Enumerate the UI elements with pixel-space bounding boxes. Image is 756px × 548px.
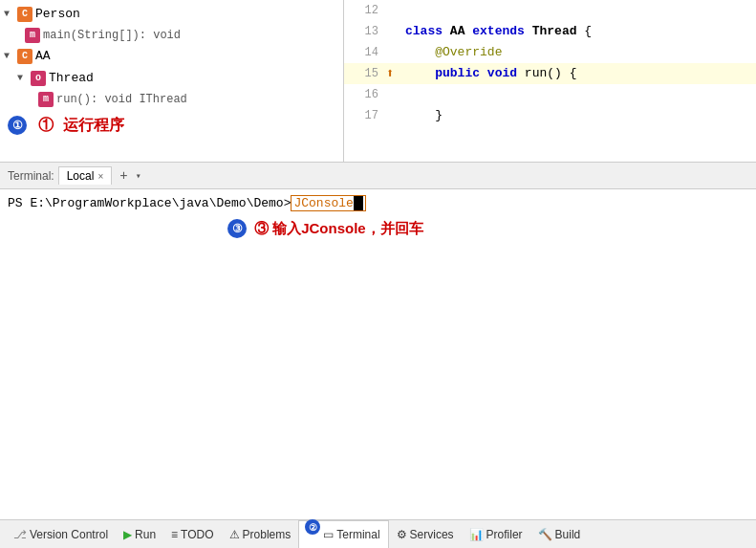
code-editor: 12 13 class AA extends Thread { 14 @Over… — [344, 0, 756, 162]
tree-item-person[interactable]: ▼ C Person — [0, 4, 343, 26]
status-run[interactable]: ▶ Run — [116, 520, 163, 548]
terminal-tabs: Terminal: Local × + ▾ — [0, 163, 756, 189]
class-icon-aa: C — [17, 49, 32, 64]
line-number-13: 13 — [352, 21, 378, 42]
tree-arrow-thread: ▼ — [17, 71, 31, 86]
line-number-17: 17 — [352, 105, 378, 126]
code-line-13: 13 class AA extends Thread { — [344, 21, 756, 42]
method-icon-run: m — [38, 92, 54, 107]
code-line-12: 12 — [344, 0, 756, 21]
profiler-icon: 📊 — [469, 528, 484, 541]
code-line-15: 15 ⬆ public void run() { — [344, 63, 756, 84]
line-number-12: 12 — [352, 0, 378, 21]
line-content-14: @Override — [405, 42, 502, 63]
tree-item-aa[interactable]: ▼ C AA — [0, 46, 343, 68]
terminal-status-icon: ▭ — [323, 528, 334, 541]
code-line-17: 17 } — [344, 105, 756, 126]
status-todo[interactable]: ≡ TODO — [163, 520, 221, 548]
code-lines: 12 13 class AA extends Thread { 14 @Over… — [344, 0, 756, 126]
step1-badge: ① — [8, 116, 27, 135]
status-services[interactable]: ⚙ Services — [389, 520, 462, 548]
terminal-prompt-line: PS E:\ProgramWorkplace\java\Demo\Demo> J… — [8, 195, 748, 211]
code-line-14: 14 @Override — [344, 42, 756, 63]
line-number-14: 14 — [352, 42, 378, 63]
status-bar: ⎇ Version Control ▶ Run ≡ TODO ⚠ Problem… — [0, 519, 756, 548]
class-icon-person: C — [17, 7, 32, 22]
tree-label-run: run(): void IThread — [56, 91, 187, 109]
project-tree: ▼ C Person m main(String[]): void ▼ C AA… — [0, 0, 344, 162]
tree-label-aa: AA — [35, 47, 51, 67]
method-icon-main: m — [25, 28, 40, 43]
terminal-label: Terminal: — [8, 169, 54, 183]
services-icon: ⚙ — [397, 528, 407, 541]
run-label-area: ① ① 运行程序 — [0, 116, 343, 136]
tab-add-button[interactable]: + — [116, 168, 131, 184]
run-program-label: ① 运行程序 — [38, 116, 124, 136]
status-profiler[interactable]: 📊 Profiler — [462, 520, 530, 548]
line-content-13: class AA extends Thread { — [405, 21, 592, 42]
build-icon: 🔨 — [538, 528, 552, 541]
status-terminal[interactable]: ② ▭ Terminal — [298, 520, 388, 548]
tab-close-icon[interactable]: × — [97, 171, 103, 182]
code-line-16: 16 — [344, 84, 756, 105]
tree-label-person: Person — [35, 5, 80, 25]
status-build[interactable]: 🔨 Build — [530, 520, 589, 548]
line-number-15: 15 — [352, 63, 378, 84]
terminal-container: Terminal: Local × + ▾ PS E:\ProgramWorkp… — [0, 163, 756, 519]
callout-area: ③ ③ 输入JConsole，并回车 — [227, 219, 748, 238]
gutter-15: ⬆ — [386, 63, 405, 84]
run-icon: ▶ — [123, 528, 132, 541]
status-version-control[interactable]: ⎇ Version Control — [6, 520, 116, 548]
tree-item-main[interactable]: m main(String[]): void — [0, 26, 343, 46]
todo-label: TODO — [181, 528, 213, 541]
interface-icon-thread: o — [31, 71, 46, 86]
tree-arrow-aa: ▼ — [4, 49, 17, 64]
tab-dropdown-icon[interactable]: ▾ — [136, 170, 141, 182]
terminal-status-label: Terminal — [336, 528, 379, 541]
tree-arrow: ▼ — [4, 7, 17, 22]
status-problems[interactable]: ⚠ Problems — [222, 520, 299, 548]
run-label-status: Run — [135, 528, 156, 541]
version-control-icon: ⎇ — [13, 528, 27, 541]
cursor-block — [354, 196, 363, 210]
tree-item-run[interactable]: m run(): void IThread — [0, 90, 343, 110]
terminal-tab-local[interactable]: Local × — [58, 166, 113, 185]
tab-label-local: Local — [67, 169, 95, 183]
tree-label-main: main(String[]): void — [43, 27, 181, 45]
services-label: Services — [410, 528, 454, 541]
todo-icon: ≡ — [171, 528, 178, 541]
line-number-16: 16 — [352, 84, 378, 105]
line-content-17: } — [405, 105, 443, 126]
exec-arrow: ⬆ — [386, 63, 394, 84]
prompt-path: PS E:\ProgramWorkplace\java\Demo\Demo> — [8, 196, 291, 210]
profiler-label: Profiler — [486, 528, 523, 541]
problems-label: Problems — [243, 528, 292, 541]
tree-label-thread: Thread — [49, 69, 94, 89]
line-content-15: public void run() { — [405, 63, 576, 84]
tree-item-thread[interactable]: ▼ o Thread — [0, 68, 343, 90]
build-label: Build — [555, 528, 581, 541]
callout-text: ③ 输入JConsole，并回车 — [254, 220, 423, 238]
terminal-body: PS E:\ProgramWorkplace\java\Demo\Demo> J… — [0, 189, 756, 519]
terminal-input-jconsole[interactable]: JConsole — [291, 195, 365, 211]
step2-badge: ② — [305, 519, 320, 535]
step3-badge: ③ — [227, 219, 247, 238]
problems-icon: ⚠ — [229, 528, 240, 541]
version-control-label: Version Control — [30, 528, 108, 541]
